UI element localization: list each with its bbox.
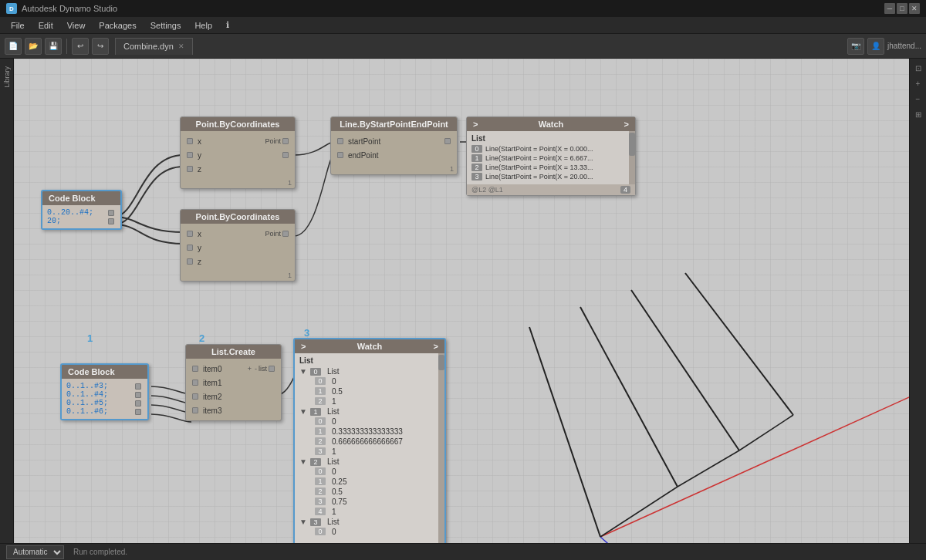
window-controls[interactable]: ─ □ ✕ <box>884 3 920 14</box>
watch-scrollbar[interactable] <box>629 131 635 184</box>
port-in[interactable] <box>192 393 198 400</box>
viz-svg <box>14 59 909 543</box>
codeblock-2[interactable]: Code Block 0..1..#3; 0..1..#4; 0..1..#5;… <box>60 363 149 420</box>
tab-close[interactable]: ✕ <box>178 42 184 50</box>
menu-help[interactable]: Help <box>188 19 218 32</box>
node-footer: 1 <box>181 179 295 188</box>
save-button[interactable]: 💾 <box>45 38 62 55</box>
new-button[interactable]: 📄 <box>5 38 22 55</box>
point-node-2[interactable]: Point.ByCoordinates xPoint y z 1 <box>180 209 296 282</box>
run-mode: Automatic Manual <box>6 545 64 559</box>
watch-title: Watch <box>539 120 564 129</box>
title-bar: D Autodesk Dynamo Studio ─ □ ✕ <box>0 0 926 17</box>
point-node-1[interactable]: Point.ByCoordinates xPoint y z 1 <box>180 116 296 189</box>
menu-view[interactable]: View <box>61 19 92 32</box>
watch-header-2: > Watch > <box>295 339 444 353</box>
svg-line-0 <box>600 390 909 537</box>
run-mode-select[interactable]: Automatic Manual <box>6 545 64 559</box>
right-sidebar: ⊡ + − ⊞ <box>909 59 926 543</box>
camera-button[interactable]: 📷 <box>847 38 864 55</box>
port-out[interactable] <box>108 210 114 216</box>
svg-line-8 <box>739 415 793 450</box>
left-sidebar: Library <box>0 59 14 543</box>
app-icon: D <box>6 3 17 14</box>
port-in[interactable] <box>192 407 198 413</box>
node-title: Point.ByCoordinates <box>181 117 295 131</box>
node-title: Line.ByStartPointEndPoint <box>331 117 457 131</box>
port-out[interactable] <box>135 392 141 398</box>
watch-title-2: Watch <box>357 342 383 351</box>
canvas[interactable]: 1 2 3 Point.ByCoordinates xPoint y z 1 P… <box>14 59 909 543</box>
open-button[interactable]: 📂 <box>25 38 42 55</box>
line-node[interactable]: Line.ByStartPointEndPoint startPoint end… <box>330 116 458 175</box>
close-button[interactable]: ✕ <box>909 3 920 14</box>
svg-line-4 <box>631 290 739 450</box>
fit-view-button[interactable]: ⊡ <box>912 62 924 74</box>
watch-footer: @L2 @L1 4 <box>467 184 635 195</box>
status-bar: Automatic Manual Run completed. <box>0 543 926 560</box>
app-title: Autodesk Dynamo Studio <box>22 4 117 13</box>
port-out[interactable] <box>135 383 141 390</box>
port-in[interactable] <box>337 138 343 144</box>
watch-header: > Watch > <box>467 117 635 131</box>
step-label-1: 1 <box>87 332 93 344</box>
svg-line-5 <box>685 273 793 415</box>
restore-button[interactable]: □ <box>897 3 907 14</box>
port-out[interactable] <box>444 138 451 144</box>
port-in[interactable] <box>187 166 193 172</box>
port-out[interactable] <box>108 218 114 224</box>
port-in[interactable] <box>192 366 198 372</box>
watch-count: 4 <box>620 186 630 194</box>
port-in[interactable] <box>187 231 193 237</box>
port-out[interactable] <box>282 152 289 158</box>
menu-info[interactable]: ℹ <box>220 19 235 32</box>
port-in[interactable] <box>187 258 193 265</box>
codeblock-title: Code Block <box>62 365 147 379</box>
svg-line-3 <box>580 307 678 487</box>
zoom-out-button[interactable]: − <box>912 93 924 105</box>
node-title: Point.ByCoordinates <box>181 210 295 224</box>
port-out[interactable] <box>135 409 141 415</box>
watch-body: List 0 Line(StartPoint = Point(X = 0.000… <box>467 131 635 184</box>
menu-packages[interactable]: Packages <box>93 19 142 32</box>
port-out[interactable] <box>282 138 289 144</box>
port-in[interactable] <box>187 138 193 144</box>
wires-layer <box>14 59 909 543</box>
svg-line-6 <box>600 487 678 537</box>
step-label-3: 3 <box>304 327 309 339</box>
toolbar: 📄 📂 💾 ↩ ↪ Combine.dyn ✕ 📷 👤 jhattend... <box>0 34 926 59</box>
watch-body-2: List ▼ 0 List 00 10.5 21 ▼ 1 List <box>295 353 444 543</box>
menu-bar: File Edit View Packages Settings Help ℹ <box>0 17 926 34</box>
watch-scrollbar-2[interactable] <box>438 353 444 543</box>
menu-edit[interactable]: Edit <box>32 19 59 32</box>
port-in[interactable] <box>187 245 193 251</box>
file-tab[interactable]: Combine.dyn ✕ <box>115 38 193 55</box>
watch-node-1[interactable]: > Watch > List 0 Line(StartPoint = Point… <box>466 116 636 196</box>
port-in[interactable] <box>187 152 193 158</box>
svg-line-2 <box>529 327 600 537</box>
svg-line-7 <box>678 450 739 487</box>
port-out[interactable] <box>269 366 275 372</box>
list-create-node[interactable]: List.Create item0 + - list item1 item2 <box>185 344 282 421</box>
library-tab[interactable]: Library <box>2 62 12 93</box>
port-out[interactable] <box>282 231 289 237</box>
menu-settings[interactable]: Settings <box>144 19 188 32</box>
status-message: Run completed. <box>73 548 127 556</box>
redo-button[interactable]: ↪ <box>92 38 109 55</box>
tab-filename: Combine.dyn <box>123 42 174 51</box>
minimize-button[interactable]: ─ <box>884 3 895 14</box>
port-in[interactable] <box>337 152 343 158</box>
menu-file[interactable]: File <box>5 19 31 32</box>
username: jhattend... <box>887 42 921 50</box>
user-button[interactable]: 👤 <box>867 38 884 55</box>
codeblock-title: Code Block <box>42 191 120 205</box>
main-area: Library 1 2 3 Point <box>0 59 926 543</box>
port-out[interactable] <box>135 400 141 407</box>
zoom-fit-button[interactable]: ⊞ <box>912 108 924 120</box>
node-footer: 1 <box>181 272 295 281</box>
codeblock-1[interactable]: Code Block 0..20..#4; 20; <box>41 190 122 230</box>
watch-node-2[interactable]: > Watch > List ▼ 0 List 00 10.5 21 <box>293 338 446 543</box>
undo-button[interactable]: ↩ <box>72 38 89 55</box>
port-in[interactable] <box>192 380 198 386</box>
zoom-in-button[interactable]: + <box>912 77 924 89</box>
